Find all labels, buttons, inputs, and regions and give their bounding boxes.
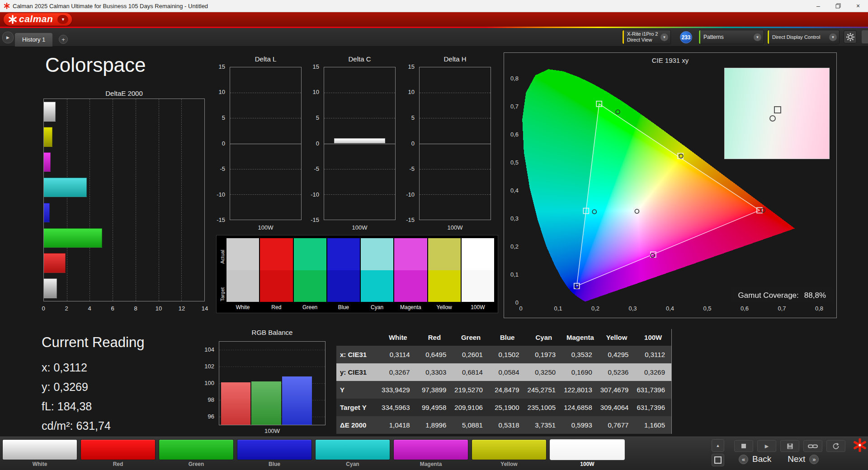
pattern-button-cyan[interactable] bbox=[315, 439, 390, 460]
chevron-down-icon[interactable]: ▼ bbox=[829, 33, 837, 41]
pattern-button-red[interactable] bbox=[80, 439, 156, 460]
table-cell: 24,8479 bbox=[489, 381, 526, 399]
axis-tick-label: 104 bbox=[201, 346, 214, 353]
row-label: Target Y bbox=[336, 399, 380, 416]
table-row[interactable]: ΔE 20001,04181,89965,08810,53183,73510,5… bbox=[336, 416, 671, 434]
axis-tick-label: 6 bbox=[111, 305, 114, 312]
table-row[interactable]: y: CIE310,32670,33030,68140,05840,32500,… bbox=[336, 363, 671, 381]
table-cell: 0,2601 bbox=[453, 346, 489, 363]
axis-tick-label: -15 bbox=[212, 216, 225, 223]
axis-tick-label: 0,3 bbox=[505, 215, 519, 222]
swatch-column-yellow: Yellow bbox=[428, 238, 461, 313]
axis-tick-label: 0 bbox=[42, 305, 45, 312]
axis-tick-label: 0,4 bbox=[505, 187, 519, 194]
column-header: Red bbox=[416, 329, 453, 346]
next-button[interactable]: Next » bbox=[788, 454, 819, 464]
axis-tick-label: 0,2 bbox=[505, 243, 519, 250]
gridline bbox=[324, 118, 395, 118]
pattern-button-green[interactable] bbox=[159, 439, 234, 460]
restore-button[interactable] bbox=[828, 0, 848, 12]
gridline bbox=[159, 99, 159, 301]
table-cell: 0,6495 bbox=[416, 346, 453, 363]
tab-history-1[interactable]: History 1 bbox=[15, 33, 52, 47]
column-header: White bbox=[380, 329, 416, 346]
save-icon bbox=[787, 443, 793, 450]
history-expander-button[interactable]: ▶ bbox=[2, 32, 14, 43]
axis-tick-label: -15 bbox=[401, 216, 415, 223]
chevron-up-icon: ▲ bbox=[716, 443, 720, 448]
stop-button[interactable] bbox=[734, 440, 753, 452]
table-cell: 97,3899 bbox=[416, 381, 453, 399]
gridline bbox=[219, 350, 325, 350]
axis-tick-label: 0 bbox=[505, 299, 519, 306]
calman-asterisk-icon bbox=[8, 15, 17, 24]
gridline bbox=[90, 99, 90, 301]
play-icon: ▶ bbox=[765, 443, 769, 449]
delta-c-x-label: 100W bbox=[324, 224, 396, 231]
gamut-coverage-value: 88,8% bbox=[804, 291, 826, 300]
display-control-selector[interactable]: Direct Display Control ▼ bbox=[767, 30, 840, 44]
table-cell: 0,3269 bbox=[635, 363, 671, 381]
pattern-count-badge[interactable]: 233 bbox=[680, 31, 692, 43]
column-header: 100W bbox=[635, 329, 671, 346]
table-cell: 3,7351 bbox=[526, 416, 562, 434]
pattern-button-white[interactable] bbox=[2, 439, 77, 460]
current-reading-x: x: 0,3112 bbox=[42, 358, 144, 377]
pattern-label: Blue bbox=[237, 461, 312, 467]
axis-tick-label: -5 bbox=[401, 165, 415, 172]
pattern-button-yellow[interactable] bbox=[472, 439, 547, 460]
patterns-selector[interactable]: Patterns ▼ bbox=[698, 30, 764, 44]
table-row[interactable]: x: CIE310,31140,64950,26010,15020,19730,… bbox=[336, 346, 671, 363]
save-button[interactable] bbox=[780, 440, 799, 452]
pattern-label: Red bbox=[80, 461, 156, 467]
gear-icon bbox=[846, 33, 855, 42]
link-button[interactable] bbox=[803, 440, 822, 452]
delta-c-plot bbox=[324, 67, 396, 220]
settings-gear-button[interactable] bbox=[844, 30, 857, 43]
column-header: Blue bbox=[489, 329, 526, 346]
table-cell: 1,0418 bbox=[380, 416, 416, 434]
rgb-balance-x-label: 100W bbox=[219, 428, 326, 434]
deltae-bar-green bbox=[44, 228, 102, 248]
deltae-bar-red bbox=[44, 253, 66, 273]
delta-c-y-axis: 151050-5-10-15 bbox=[306, 67, 322, 220]
delta-l-chart: Delta L 151050-5-10-15 100W bbox=[212, 55, 302, 236]
table-cell: 631,7396 bbox=[635, 399, 671, 416]
table-cell: 0,3112 bbox=[635, 346, 671, 363]
close-button[interactable]: × bbox=[848, 0, 868, 12]
pattern-button-100w[interactable] bbox=[550, 439, 625, 460]
table-cell: 0,5993 bbox=[562, 416, 599, 434]
table-cell: 0,5318 bbox=[489, 416, 526, 434]
chevron-down-icon[interactable]: ▼ bbox=[57, 15, 68, 24]
table-row[interactable]: Target Y334,596399,4958209,910625,190023… bbox=[336, 399, 671, 416]
edge-panel-button[interactable] bbox=[862, 30, 868, 43]
pattern-button-blue[interactable] bbox=[237, 439, 312, 460]
play-button[interactable]: ▶ bbox=[757, 440, 776, 452]
axis-tick-label: 15 bbox=[401, 63, 415, 70]
layout-button[interactable] bbox=[712, 454, 724, 466]
meter-selector[interactable]: X-Rite i1Pro 2 Direct View ▼ bbox=[622, 30, 671, 44]
table-row[interactable]: Y333,942997,3899219,527024,8479245,27511… bbox=[336, 381, 671, 399]
gridline bbox=[230, 194, 301, 195]
axis-tick-label: 0,7 bbox=[505, 103, 519, 110]
table-cell: 0,3250 bbox=[526, 363, 562, 381]
collapse-panel-button[interactable]: ▲ bbox=[712, 439, 724, 452]
column-header: Magenta bbox=[562, 329, 599, 346]
actual-swatch bbox=[361, 238, 393, 270]
table-cell: 219,5270 bbox=[453, 381, 489, 399]
chevron-down-icon[interactable]: ▼ bbox=[660, 33, 668, 41]
delta-bar bbox=[334, 138, 385, 143]
chevron-down-icon[interactable]: ▼ bbox=[754, 33, 761, 41]
pattern-button-magenta[interactable] bbox=[393, 439, 468, 460]
minimize-button[interactable]: – bbox=[808, 0, 828, 12]
axis-tick-label: 0,3 bbox=[628, 305, 637, 312]
axis-tick-label: 0,2 bbox=[591, 305, 599, 312]
add-tab-button[interactable]: + bbox=[59, 35, 68, 44]
display-control-label: Direct Display Control bbox=[769, 34, 822, 40]
axis-tick-label: 0,1 bbox=[554, 305, 562, 312]
back-button[interactable]: « Back bbox=[739, 454, 771, 464]
calman-logo-menu[interactable]: calman ▼ bbox=[4, 13, 72, 26]
table-cell: 1,1605 bbox=[635, 416, 671, 434]
axis-tick-label: 0,7 bbox=[778, 305, 786, 312]
refresh-button[interactable] bbox=[826, 440, 845, 452]
